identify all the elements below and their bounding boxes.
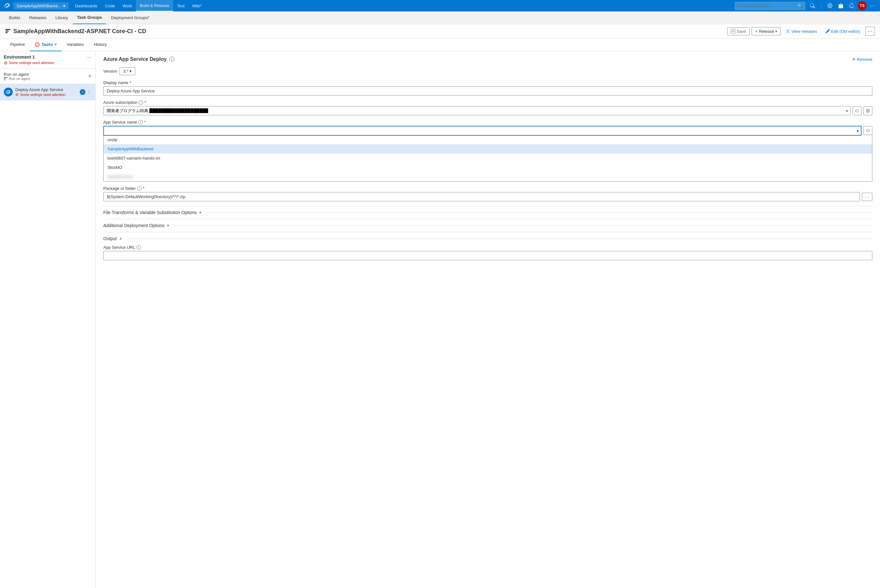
version-select[interactable]: 3.* ▾ (120, 67, 135, 75)
svg-rect-0 (5, 29, 11, 30)
bag-icon[interactable] (836, 1, 845, 10)
refresh-subscription-button[interactable] (853, 106, 862, 115)
package-browse-button[interactable]: ··· (862, 193, 872, 201)
settings-subscription-button[interactable] (863, 106, 872, 115)
task-azure-icon (4, 88, 13, 96)
dropdown-item-sample-app[interactable]: SampleAppWithBackend (104, 144, 872, 153)
package-folder-input[interactable] (103, 192, 860, 201)
add-task-button[interactable]: + (88, 73, 92, 80)
additional-deployment-header[interactable]: Additional Deployment Options ▾ (103, 223, 872, 228)
tab-history[interactable]: History (89, 39, 111, 51)
task-info: Deploy Azure App Service ⊘ Some settings… (15, 87, 77, 97)
app-service-input[interactable] (103, 126, 862, 136)
app-service-info-icon[interactable]: i (138, 120, 143, 124)
page-header: SampleAppWithBackend2-ASP.NET Core-CI - … (0, 24, 880, 39)
header-actions: Save + Release ▾ View releases Edit (Old… (727, 27, 875, 36)
display-name-label: Display name * (103, 80, 872, 85)
release-button[interactable]: + Release ▾ (752, 27, 781, 35)
file-transforms-header[interactable]: File Transforms & Variable Substitution … (103, 210, 872, 215)
agent-section: Run on agent Run on agent + (0, 69, 95, 84)
subnav-builds[interactable]: Builds (5, 12, 24, 24)
search-icon-btn[interactable] (808, 1, 817, 10)
nav-separator (821, 3, 821, 9)
package-required: * (143, 186, 144, 191)
nav-wiki[interactable]: Wiki* (188, 0, 206, 12)
nav-build-release[interactable]: Build & Release (136, 0, 173, 12)
nav-code[interactable]: Code (101, 0, 119, 12)
sub-nav: Builds Releases Library Task Groups Depl… (0, 12, 880, 24)
svg-rect-1 (5, 31, 9, 32)
agent-name: Run on agent (4, 72, 30, 77)
task-name: Deploy Azure App Service (15, 87, 77, 92)
output-divider (127, 238, 872, 239)
environment-name: Environment 1 (4, 54, 54, 60)
subnav-releases[interactable]: Releases (25, 12, 50, 24)
page-title: SampleAppWithBackend2-ASP.NET Core-CI - … (14, 28, 146, 35)
task-warning-icon: ⊘ (15, 92, 19, 97)
display-name-required: * (130, 80, 131, 85)
environment-header: Environment 1 ⊘ Some settings need atten… (0, 51, 95, 69)
svg-rect-5 (4, 80, 5, 80)
refresh-app-service-button[interactable] (863, 126, 872, 135)
package-info-icon[interactable]: i (137, 186, 141, 191)
top-nav: SampleAppWithBacke... ▾ Dashboards Code … (0, 0, 880, 12)
x-icon: ✕ (852, 57, 856, 62)
environment-info: Environment 1 ⊘ Some settings need atten… (4, 54, 54, 65)
task-dots-button[interactable]: ⋮ (87, 90, 92, 94)
display-name-input[interactable] (103, 86, 872, 96)
dropdown-item-stockio[interactable]: StockIO (104, 163, 872, 172)
save-icon (731, 29, 735, 33)
app-service-url-input[interactable] (103, 251, 872, 260)
dropdown-item-toshi[interactable]: toshi0607-xamarin-hands-on (104, 153, 872, 163)
title-info-icon[interactable]: i (169, 57, 174, 62)
save-button[interactable]: Save (727, 27, 749, 35)
tab-tasks[interactable]: ! Tasks ▾ (30, 39, 62, 51)
dropdown-item-stockio2[interactable]: StockIO.more (104, 172, 872, 181)
search-input[interactable] (735, 2, 805, 10)
tab-pipeline[interactable]: Pipeline (5, 39, 30, 51)
avatar[interactable]: TS (858, 1, 866, 10)
azure-devops-logo[interactable] (3, 1, 12, 10)
task-warning: ⊘ Some settings need attention (15, 92, 77, 97)
title-area: SampleAppWithBackend2-ASP.NET Core-CI - … (5, 28, 146, 35)
task-item-deploy[interactable]: Deploy Azure App Service ⊘ Some settings… (0, 84, 95, 100)
nav-dashboards[interactable]: Dashboards (71, 0, 101, 12)
subnav-task-groups[interactable]: Task Groups (73, 12, 106, 24)
project-name[interactable]: SampleAppWithBacke... ▾ (14, 2, 69, 9)
package-folder-group: Package or folder i * ··· (103, 186, 872, 201)
tab-variables[interactable]: Variables (62, 39, 89, 51)
output-header[interactable]: Output ∧ (103, 236, 872, 241)
remove-button[interactable]: ✕ Remove (852, 57, 872, 62)
svg-rect-3 (4, 77, 8, 78)
nav-test[interactable]: Test (173, 0, 188, 12)
svg-rect-2 (5, 32, 8, 33)
more-button[interactable]: ··· (865, 27, 875, 36)
gear-icon[interactable] (825, 1, 835, 10)
additional-deployment-section: Additional Deployment Options ▾ (103, 219, 872, 232)
edit-old-editor-button[interactable]: Edit (Old editor) (822, 28, 863, 35)
azure-sub-info-icon[interactable]: i (139, 100, 143, 105)
warning-circle-icon: ⊘ (4, 60, 8, 65)
left-panel: Environment 1 ⊘ Some settings need atten… (0, 51, 96, 588)
task-actions: ✓ ⋮ (80, 89, 92, 95)
search-icon: 🔍 (797, 3, 803, 8)
environment-menu-button[interactable]: ··· (86, 54, 92, 60)
refresh-app-icon (866, 129, 870, 132)
more-options-icon[interactable]: ··· (868, 1, 877, 10)
view-releases-button[interactable]: View releases (782, 28, 820, 35)
subnav-library[interactable]: Library (52, 12, 72, 24)
output-section: Output ∧ App Service URL i (103, 232, 872, 268)
app-service-url-label: App Service URL i (103, 245, 872, 250)
version-label: Version (103, 69, 117, 74)
subnav-deployment-groups[interactable]: Deployment Groups* (107, 12, 153, 24)
notification-icon[interactable] (847, 1, 856, 10)
right-panel: Azure App Service Deploy i ✕ Remove Vers… (96, 51, 880, 588)
section-title: Azure App Service Deploy i ✕ Remove (103, 56, 872, 62)
dropdown-item-unzip[interactable]: unzip (104, 135, 872, 144)
app-service-row: ▾ (103, 126, 872, 136)
subscription-row: 開発者プログラム特典 ████████████████████ ▾ (103, 106, 872, 115)
app-service-name-group: App Service name i * ▾ unzip Samp (103, 120, 872, 182)
app-service-url-info-icon[interactable]: i (137, 245, 141, 250)
nav-work[interactable]: Work (119, 0, 136, 12)
subscription-select[interactable]: 開発者プログラム特典 ████████████████████ (103, 106, 851, 115)
